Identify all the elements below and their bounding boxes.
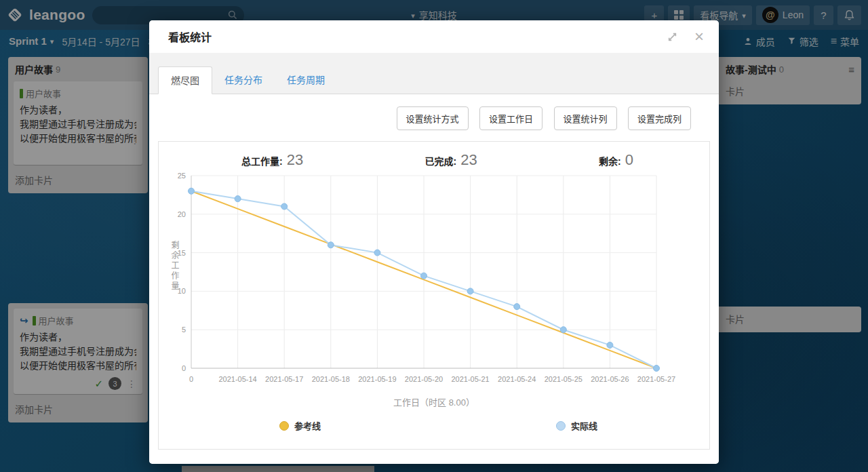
set-done-columns-button[interactable]: 设置完成列 [628,106,691,130]
legend-dot-actual [556,421,566,431]
burndown-chart-panel: 总工作量: 23 已完成: 23 剩余: 0 剩余工作量 05101520250… [158,141,710,450]
set-stat-method-button[interactable]: 设置统计方式 [397,106,469,130]
stat-label: 总工作量: [241,154,283,168]
stat-value: 23 [460,151,477,169]
legend-actual-line: 实际线 [556,419,597,432]
legend-label: 参考线 [294,419,321,432]
tab-task-cycle[interactable]: 任务周期 [275,66,337,94]
svg-text:2021-05-20: 2021-05-20 [405,375,443,383]
svg-text:2021-05-21: 2021-05-21 [451,375,489,383]
svg-text:20: 20 [178,210,186,218]
svg-text:2021-05-27: 2021-05-27 [637,375,675,383]
svg-text:2021-05-14: 2021-05-14 [218,375,256,383]
svg-text:0: 0 [182,364,186,372]
stat-label: 已完成: [425,154,457,168]
burndown-chart: 051015202502021-05-142021-05-172021-05-1… [159,170,709,395]
set-workdays-button[interactable]: 设置工作日 [479,106,542,130]
svg-text:2021-05-17: 2021-05-17 [265,375,303,383]
y-axis-label: 剩余工作量 [169,241,180,292]
set-stat-columns-button[interactable]: 设置统计列 [554,106,617,130]
stat-value: 23 [287,151,303,169]
stat-remaining: 剩余: 0 [599,151,633,169]
legend-dot-reference [279,421,289,431]
stat-done: 已完成: 23 [425,151,477,169]
board-stats-modal: 看板统计 × 燃尽图 任务分布 任务周期 设置统计方式 设置工作日 设置统计列 … [149,20,719,464]
tab-task-distribution[interactable]: 任务分布 [212,66,275,94]
modal-header: 看板统计 × [149,20,719,53]
svg-text:2021-05-25: 2021-05-25 [545,375,583,383]
svg-text:25: 25 [178,172,186,180]
modal-content: 设置统计方式 设置工作日 设置统计列 设置完成列 总工作量: 23 已完成: 2… [149,94,719,464]
settings-buttons: 设置统计方式 设置工作日 设置统计列 设置完成列 [158,102,710,141]
stat-label: 剩余: [599,154,621,168]
legend-reference-line: 参考线 [279,419,321,432]
expand-icon[interactable] [667,31,678,43]
stat-value: 0 [625,151,633,169]
x-axis-label: 工作日（时区 8.00） [159,395,709,408]
svg-text:0: 0 [189,375,193,383]
close-icon[interactable]: × [694,28,704,45]
svg-text:2021-05-26: 2021-05-26 [591,375,629,383]
modal-title: 看板统计 [168,28,212,45]
modal-tabs: 燃尽图 任务分布 任务周期 [149,53,719,94]
svg-text:5: 5 [182,326,186,334]
stat-total: 总工作量: 23 [241,151,303,169]
svg-text:2021-05-19: 2021-05-19 [358,375,396,383]
legend-label: 实际线 [571,419,597,432]
svg-text:2021-05-18: 2021-05-18 [312,375,350,383]
tab-burndown[interactable]: 燃尽图 [158,66,212,94]
modal-header-icons: × [667,28,704,45]
svg-text:2021-05-24: 2021-05-24 [498,375,536,383]
stats-row: 总工作量: 23 已完成: 23 剩余: 0 [159,142,709,169]
chart-legend: 参考线 实际线 [159,415,709,441]
